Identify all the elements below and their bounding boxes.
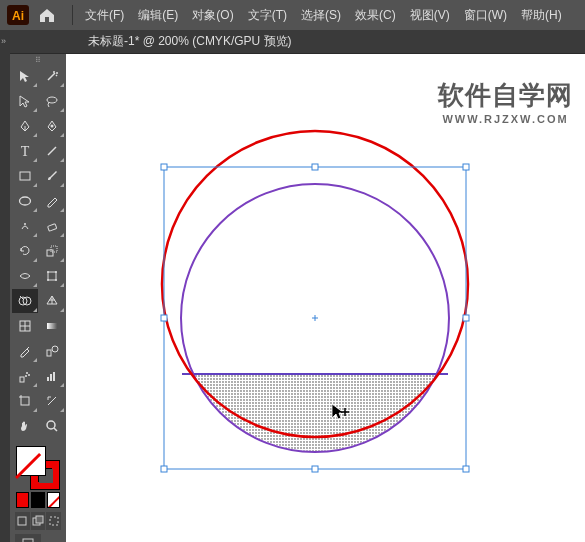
svg-point-7 — [20, 197, 31, 205]
svg-rect-39 — [36, 516, 43, 523]
zoom-tool[interactable] — [39, 414, 65, 438]
mesh-tool[interactable] — [12, 314, 38, 338]
shape-builder-tool[interactable] — [12, 289, 38, 313]
document-tab[interactable]: 未标题-1* @ 200% (CMYK/GPU 预览) — [80, 31, 300, 52]
svg-rect-48 — [463, 164, 469, 170]
type-tool[interactable]: T — [12, 139, 38, 163]
svg-rect-46 — [161, 164, 167, 170]
home-icon[interactable] — [34, 3, 60, 27]
selection-tool[interactable] — [12, 64, 38, 88]
menu-window[interactable]: 窗口(W) — [458, 3, 513, 28]
svg-text:Ai: Ai — [12, 9, 24, 23]
line-tool[interactable] — [39, 139, 65, 163]
draw-inside[interactable] — [46, 512, 61, 530]
svg-point-3 — [51, 125, 54, 128]
free-transform-tool[interactable] — [39, 264, 65, 288]
svg-rect-40 — [50, 517, 58, 525]
collapse-chevron-icon[interactable]: » — [1, 36, 10, 46]
lasso-tool[interactable] — [39, 89, 65, 113]
svg-rect-52 — [312, 466, 318, 472]
fill-stroke-swatch[interactable] — [16, 446, 60, 490]
gradient-tool[interactable] — [39, 314, 65, 338]
screen-mode-row — [14, 534, 62, 542]
menu-select[interactable]: 选择(S) — [295, 3, 347, 28]
svg-point-35 — [47, 421, 55, 429]
svg-rect-10 — [47, 250, 53, 256]
color-swatches — [12, 442, 64, 542]
draw-normal[interactable] — [15, 512, 30, 530]
menu-divider — [72, 5, 73, 25]
svg-rect-31 — [53, 372, 55, 381]
perspective-tool[interactable] — [39, 289, 65, 313]
ellipse-tool[interactable] — [12, 189, 38, 213]
app-logo: Ai — [4, 3, 32, 27]
svg-rect-6 — [20, 172, 30, 180]
panel-dock-strip: » — [0, 30, 10, 542]
eyedropper-tool[interactable] — [12, 339, 38, 363]
svg-rect-9 — [48, 224, 57, 231]
svg-point-8 — [24, 223, 26, 225]
menu-text[interactable]: 文字(T) — [242, 3, 293, 28]
svg-point-24 — [52, 346, 58, 352]
svg-rect-51 — [161, 466, 167, 472]
document-tab-bar: 未标题-1* @ 200% (CMYK/GPU 预览) — [0, 30, 585, 54]
pen-tool[interactable] — [12, 114, 38, 138]
svg-rect-47 — [312, 164, 318, 170]
svg-rect-49 — [161, 315, 167, 321]
svg-point-26 — [26, 372, 28, 374]
color-mode-gradient[interactable] — [31, 492, 44, 508]
shaper-tool[interactable] — [12, 214, 38, 238]
width-tool[interactable] — [12, 264, 38, 288]
svg-rect-53 — [463, 466, 469, 472]
tools-grid: T — [12, 64, 64, 438]
svg-rect-25 — [20, 377, 24, 382]
brush-tool[interactable] — [39, 164, 65, 188]
tools-panel: ⠿ T — [10, 54, 66, 542]
menu-effect[interactable]: 效果(C) — [349, 3, 402, 28]
svg-rect-30 — [50, 374, 52, 381]
menu-view[interactable]: 视图(V) — [404, 3, 456, 28]
draw-behind[interactable] — [31, 512, 46, 530]
hand-tool[interactable] — [12, 414, 38, 438]
graph-tool[interactable] — [39, 364, 65, 388]
svg-point-15 — [47, 279, 49, 281]
color-mode-none[interactable] — [47, 492, 60, 508]
menu-file[interactable]: 文件(F) — [79, 3, 130, 28]
artwork-svg — [66, 54, 585, 542]
magic-wand-tool[interactable] — [39, 64, 65, 88]
svg-point-16 — [55, 279, 57, 281]
svg-rect-32 — [21, 397, 29, 405]
rectangle-tool[interactable] — [12, 164, 38, 188]
menu-help[interactable]: 帮助(H) — [515, 3, 568, 28]
color-mode-row — [14, 492, 62, 508]
menu-object[interactable]: 对象(O) — [186, 3, 239, 28]
rotate-tool[interactable] — [12, 239, 38, 263]
shape-builder-highlight — [166, 374, 466, 474]
canvas[interactable]: 软件自学网 WWW.RJZXW.COM — [66, 54, 585, 542]
pencil-tool[interactable] — [39, 189, 65, 213]
menu-bar: Ai 文件(F) 编辑(E) 对象(O) 文字(T) 选择(S) 效果(C) 视… — [0, 0, 585, 30]
symbol-sprayer-tool[interactable] — [12, 364, 38, 388]
svg-line-36 — [54, 428, 57, 431]
scale-tool[interactable] — [39, 239, 65, 263]
svg-rect-11 — [51, 246, 57, 252]
blend-tool[interactable] — [39, 339, 65, 363]
svg-point-14 — [55, 271, 57, 273]
tools-panel-grip[interactable]: ⠿ — [12, 56, 64, 64]
curvature-tool[interactable] — [39, 114, 65, 138]
svg-rect-37 — [18, 517, 26, 525]
svg-text:T: T — [21, 144, 30, 158]
svg-rect-23 — [47, 350, 51, 356]
svg-point-13 — [47, 271, 49, 273]
slice-tool[interactable] — [39, 389, 65, 413]
eraser-tool[interactable] — [39, 214, 65, 238]
svg-point-28 — [25, 375, 27, 377]
menu-edit[interactable]: 编辑(E) — [132, 3, 184, 28]
artboard-tool[interactable] — [12, 389, 38, 413]
direct-selection-tool[interactable] — [12, 89, 38, 113]
color-mode-color[interactable] — [16, 492, 29, 508]
screen-mode-button[interactable] — [15, 534, 41, 542]
svg-point-27 — [28, 374, 30, 376]
fill-swatch[interactable] — [16, 446, 46, 476]
svg-rect-29 — [47, 377, 49, 381]
